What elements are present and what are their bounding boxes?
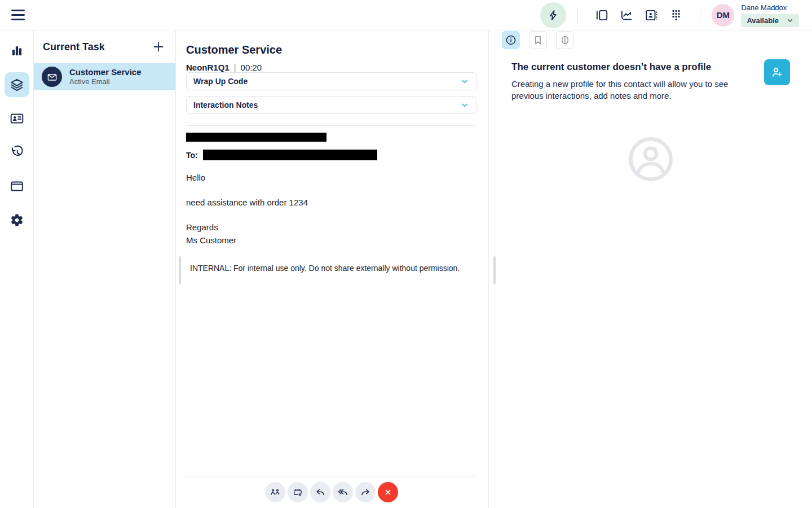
email-signoff: Regards (186, 222, 476, 232)
current-task-panel: Current Task Customer Service Active Ema… (34, 30, 176, 508)
interaction-notes-section[interactable]: Interaction Notes (186, 96, 476, 114)
nav-activity-button[interactable] (5, 38, 29, 63)
add-person-icon (770, 65, 784, 79)
forward-icon (360, 487, 371, 498)
task-item-customer-service[interactable]: Customer Service Active Email (34, 63, 175, 90)
header-divider (577, 7, 578, 23)
directory-button[interactable] (639, 4, 664, 27)
wrapup-code-label: Wrap Up Code (193, 77, 248, 86)
interaction-title: Customer Service (186, 43, 476, 56)
contact-book-icon (644, 8, 659, 23)
quick-actions-button[interactable] (540, 2, 566, 28)
queue-name: NeonR1Q1 (186, 63, 230, 72)
task-name: Customer Service (69, 67, 142, 77)
add-task-button[interactable] (151, 39, 166, 55)
end-interaction-button[interactable] (378, 482, 398, 502)
left-nav-rail (0, 30, 34, 508)
customer-profile-panel: The current customer doesn’t have a prof… (488, 30, 812, 508)
user-avatar[interactable]: DM (712, 4, 734, 27)
hamburger-bar (11, 14, 25, 16)
task-subtitle: Active Email (69, 77, 142, 86)
nav-interactions-button[interactable] (5, 72, 29, 97)
status-label: Available (747, 16, 779, 25)
nav-apps-button[interactable] (5, 174, 29, 199)
nav-history-button[interactable] (5, 140, 29, 165)
lightning-icon (546, 8, 560, 22)
no-profile-heading: The current customer doesn’t have a prof… (511, 62, 760, 73)
hamburger-bar (11, 10, 25, 11)
scrollbar-thumb[interactable] (493, 256, 496, 284)
meta-separator: | (234, 63, 236, 72)
nav-settings-button[interactable] (5, 208, 29, 233)
bar-chart-icon (10, 43, 24, 58)
reply-icon (315, 487, 326, 498)
panels-button[interactable] (589, 4, 614, 27)
internal-note: INTERNAL: For internal use only. Do not … (186, 264, 476, 273)
chevron-down-icon (787, 17, 793, 24)
contact-card-icon (10, 111, 24, 126)
email-divider (186, 125, 476, 126)
performance-button[interactable] (614, 4, 639, 27)
bookmark-icon (532, 34, 544, 46)
email-task-avatar (42, 67, 62, 87)
side-panel-icon (594, 8, 609, 23)
hamburger-bar (11, 19, 25, 20)
tasks-header: Current Task (34, 30, 175, 63)
avatar-placeholder-icon (627, 135, 674, 183)
redacted-recipient (203, 150, 377, 160)
status-dropdown[interactable]: Available (741, 14, 799, 27)
reply-button[interactable] (310, 482, 330, 502)
brain-icon (559, 34, 571, 46)
interaction-notes-label: Interaction Notes (193, 100, 258, 110)
plus-icon (152, 40, 165, 54)
layers-icon (10, 77, 24, 92)
email-toolbar (186, 476, 476, 508)
line-chart-icon (619, 8, 634, 23)
transfer-button[interactable] (265, 482, 285, 502)
chevron-down-icon (460, 100, 469, 110)
hamburger-menu-button[interactable] (9, 6, 27, 24)
gear-icon (10, 213, 24, 227)
email-greeting: Hello (186, 173, 476, 182)
park-email-button[interactable] (288, 482, 308, 502)
interaction-timer: 00:20 (241, 63, 262, 72)
no-profile-description: Creating a new profile for this contact … (511, 78, 743, 102)
email-to-row: To: (186, 150, 476, 160)
nav-contacts-button[interactable] (5, 106, 29, 131)
header-divider (700, 7, 700, 23)
tasks-title: Current Task (43, 41, 105, 53)
envelope-icon (47, 72, 58, 82)
task-texts: Customer Service Active Email (69, 67, 142, 86)
browser-window-icon (10, 179, 24, 194)
wrapup-code-section[interactable]: Wrap Up Code (186, 72, 476, 90)
header-actions: DM Dane Maddox Available (540, 2, 812, 28)
reply-all-icon (337, 487, 348, 498)
tab-bookmarks[interactable] (529, 31, 547, 49)
forward-button[interactable] (355, 482, 376, 502)
interaction-meta: NeonR1Q1 | 00:20 (186, 63, 476, 72)
reply-all-button[interactable] (333, 482, 353, 502)
to-label: To: (186, 151, 198, 160)
create-profile-button[interactable] (764, 59, 790, 85)
user-block: Dane Maddox Available (741, 3, 799, 27)
dialpad-icon (669, 8, 683, 22)
email-signature: Ms Customer (186, 235, 476, 245)
tab-knowledge[interactable] (556, 31, 574, 49)
park-printer-icon (292, 487, 303, 498)
transfer-people-icon (270, 487, 281, 498)
tab-profile-info[interactable] (502, 31, 520, 49)
app-header: DM Dane Maddox Available (0, 0, 812, 30)
scrollbar-thumb[interactable] (179, 256, 181, 284)
redacted-subject (186, 133, 326, 142)
interaction-panel: Customer Service NeonR1Q1 | 00:20 Wrap U… (176, 30, 488, 508)
email-body: need assistance with order 1234 (186, 198, 476, 207)
user-name: Dane Maddox (741, 3, 787, 12)
profile-tabs (489, 30, 812, 49)
close-x-icon (383, 488, 392, 497)
history-icon (10, 145, 24, 160)
chevron-down-icon (460, 77, 469, 86)
dialpad-button[interactable] (664, 4, 689, 27)
info-icon (505, 34, 517, 46)
